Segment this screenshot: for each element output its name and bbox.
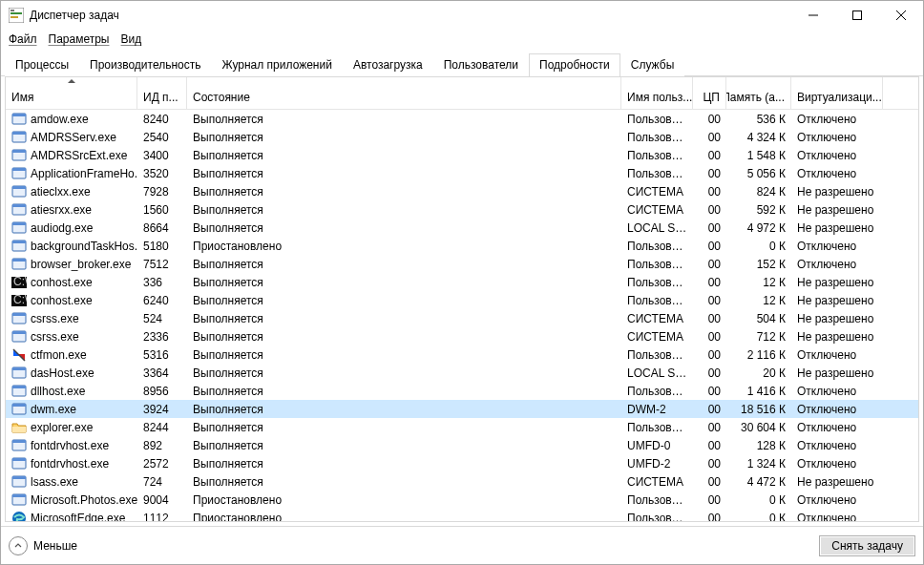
table-row[interactable]: conhost.exe336ВыполняетсяПользова...0012… (6, 273, 918, 291)
col-header-mem[interactable]: Память (а... (726, 77, 791, 109)
col-header-name[interactable]: Имя (6, 77, 137, 109)
state-cell: Выполняется (187, 149, 621, 162)
mem-cell: 12 К (726, 276, 791, 289)
col-header-user[interactable]: Имя польз... (621, 77, 693, 109)
cpu-cell: 00 (693, 439, 726, 452)
pid-cell: 336 (137, 276, 187, 289)
state-cell: Выполняется (187, 439, 621, 452)
table-body[interactable]: amdow.exe8240ВыполняетсяПользова...00536… (6, 110, 918, 521)
col-header-state[interactable]: Состояние (187, 77, 621, 109)
table-row[interactable]: fontdrvhost.exe2572ВыполняетсяUMFD-2001 … (6, 454, 918, 472)
table-row[interactable]: AMDRSServ.exe2540ВыполняетсяПользова...0… (6, 128, 918, 146)
virt-cell: Не разрешено (791, 366, 883, 380)
cpu-cell: 00 (693, 240, 726, 253)
process-name: conhost.exe (31, 276, 93, 289)
user-cell: DWM-2 (621, 403, 693, 416)
process-icon (11, 456, 27, 471)
user-cell: Пользова... (621, 276, 693, 289)
table-row[interactable]: audiodg.exe8664ВыполняетсяLOCAL SE...004… (6, 219, 918, 237)
virt-cell: Не разрешено (791, 203, 883, 217)
process-icon (11, 492, 27, 508)
mem-cell: 128 К (726, 439, 791, 452)
process-icon (11, 239, 27, 254)
table-row[interactable]: dwm.exe3924ВыполняетсяDWM-20018 516 КОтк… (6, 400, 918, 418)
cpu-cell: 00 (693, 330, 726, 344)
table-row[interactable]: atiesrxx.exe1560ВыполняетсяСИСТЕМА00592 … (6, 200, 918, 219)
tab-processes[interactable]: Процессы (5, 53, 79, 76)
menu-options[interactable]: Параметры (49, 32, 110, 46)
user-cell: СИСТЕМА (621, 203, 693, 217)
process-name: dasHost.exe (31, 366, 94, 380)
table-row[interactable]: fontdrvhost.exe892ВыполняетсяUMFD-000128… (6, 436, 918, 454)
state-cell: Выполняется (187, 294, 621, 307)
pid-cell: 5316 (137, 348, 187, 362)
virt-cell: Отключено (791, 348, 883, 362)
state-cell: Выполняется (187, 113, 621, 126)
svg-rect-12 (10, 16, 18, 18)
cpu-cell: 00 (693, 475, 726, 489)
col-header-pid[interactable]: ИД п... (137, 77, 187, 109)
state-cell: Выполняется (187, 403, 621, 416)
tab-details[interactable]: Подробности (529, 53, 620, 76)
tab-performance[interactable]: Производительность (79, 53, 211, 76)
tab-users[interactable]: Пользователи (433, 53, 529, 76)
table-row[interactable]: atieclxx.exe7928ВыполняетсяСИСТЕМА00824 … (6, 182, 918, 200)
table-row[interactable]: ApplicationFrameHo...3520ВыполняетсяПоль… (6, 164, 918, 182)
user-cell: Пользова... (621, 131, 693, 144)
fewer-details-button[interactable]: Меньше (9, 536, 77, 555)
tab-services[interactable]: Службы (620, 53, 684, 76)
tab-startup[interactable]: Автозагрузка (343, 53, 433, 76)
maximize-button[interactable] (835, 1, 879, 30)
state-cell: Выполняется (187, 131, 621, 144)
process-name: csrss.exe (31, 330, 79, 344)
pid-cell: 3364 (137, 366, 187, 380)
table-row[interactable]: Microsoft.Photos.exe9004ПриостановленоПо… (6, 491, 918, 509)
minimize-button[interactable] (791, 1, 835, 30)
table-row[interactable]: MicrosoftEdge.exe1112ПриостановленоПольз… (6, 509, 918, 521)
cpu-cell: 00 (693, 276, 726, 289)
process-icon (11, 202, 27, 218)
col-header-virt[interactable]: Виртуализаци... (791, 77, 883, 109)
process-icon (11, 184, 27, 199)
table-row[interactable]: csrss.exe2336ВыполняетсяСИСТЕМА00712 КНе… (6, 327, 918, 345)
process-icon (11, 293, 27, 308)
virt-cell: Отключено (791, 167, 883, 180)
table-row[interactable]: conhost.exe6240ВыполняетсяПользова...001… (6, 291, 918, 309)
user-cell: Пользова... (621, 167, 693, 180)
cpu-cell: 00 (693, 421, 726, 434)
close-button[interactable] (879, 1, 923, 30)
table-row[interactable]: dasHost.exe3364ВыполняетсяLOCAL SE...002… (6, 364, 918, 382)
cpu-cell: 00 (693, 312, 726, 325)
table-row[interactable]: lsass.exe724ВыполняетсяСИСТЕМА004 472 КН… (6, 472, 918, 491)
menu-view[interactable]: Вид (120, 32, 141, 46)
cpu-cell: 00 (693, 167, 726, 180)
table-row[interactable]: amdow.exe8240ВыполняетсяПользова...00536… (6, 110, 918, 128)
details-table: Имя ИД п... Состояние Имя польз... ЦП Па… (5, 76, 919, 522)
process-icon (11, 366, 27, 381)
table-row[interactable]: browser_broker.exe7512ВыполняетсяПользов… (6, 255, 918, 273)
state-cell: Выполняется (187, 312, 621, 325)
mem-cell: 0 К (726, 512, 791, 522)
virt-cell: Отключено (791, 258, 883, 271)
table-row[interactable]: ctfmon.exe5316ВыполняетсяПользова...002 … (6, 345, 918, 364)
col-header-cpu[interactable]: ЦП (693, 77, 726, 109)
cpu-cell: 00 (693, 385, 726, 398)
menu-file[interactable]: Файл (9, 32, 37, 46)
process-icon (11, 257, 27, 272)
user-cell: СИСТЕМА (621, 312, 693, 325)
end-task-button[interactable]: Снять задачу (819, 535, 915, 556)
process-icon (11, 347, 27, 363)
app-icon (9, 8, 24, 23)
tab-apphistory[interactable]: Журнал приложений (212, 53, 343, 76)
table-row[interactable]: csrss.exe524ВыполняетсяСИСТЕМА00504 КНе … (6, 309, 918, 327)
table-row[interactable]: backgroundTaskHos...5180ПриостановленоПо… (6, 237, 918, 255)
table-row[interactable]: dllhost.exe8956ВыполняетсяПользова...001… (6, 382, 918, 400)
user-cell: СИСТЕМА (621, 185, 693, 199)
table-row[interactable]: AMDRSSrcExt.exe3400ВыполняетсяПользова..… (6, 146, 918, 164)
process-name: ApplicationFrameHo... (31, 167, 137, 180)
process-icon (11, 402, 27, 417)
table-row[interactable]: explorer.exe8244ВыполняетсяПользова...00… (6, 418, 918, 436)
state-cell: Выполняется (187, 276, 621, 289)
process-name: explorer.exe (31, 421, 93, 434)
titlebar[interactable]: Диспетчер задач (1, 1, 923, 30)
